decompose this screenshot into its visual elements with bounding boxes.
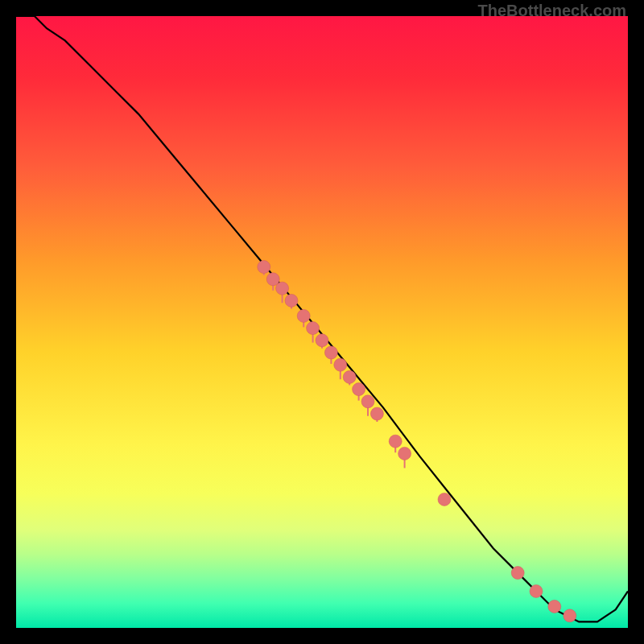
attribution-label: TheBottleneck.com [478, 2, 626, 20]
marker-drips [264, 267, 405, 469]
data-marker [530, 584, 543, 597]
data-marker [548, 600, 561, 613]
data-marker [276, 282, 289, 295]
data-marker [398, 447, 411, 460]
data-marker [511, 567, 524, 580]
data-marker [343, 370, 356, 383]
marker-group [258, 261, 576, 622]
data-marker [389, 435, 402, 448]
data-marker [285, 294, 298, 307]
data-marker [334, 358, 347, 371]
data-marker [438, 493, 451, 506]
chart-overlay [16, 16, 628, 628]
bottleneck-curve [16, 16, 628, 621]
data-marker [353, 383, 365, 396]
data-marker [258, 261, 270, 274]
data-marker [324, 346, 337, 359]
data-marker [564, 609, 576, 622]
data-marker [370, 407, 383, 420]
data-marker [316, 334, 328, 347]
data-marker [361, 395, 374, 408]
data-marker [307, 322, 320, 335]
data-marker [297, 309, 310, 322]
